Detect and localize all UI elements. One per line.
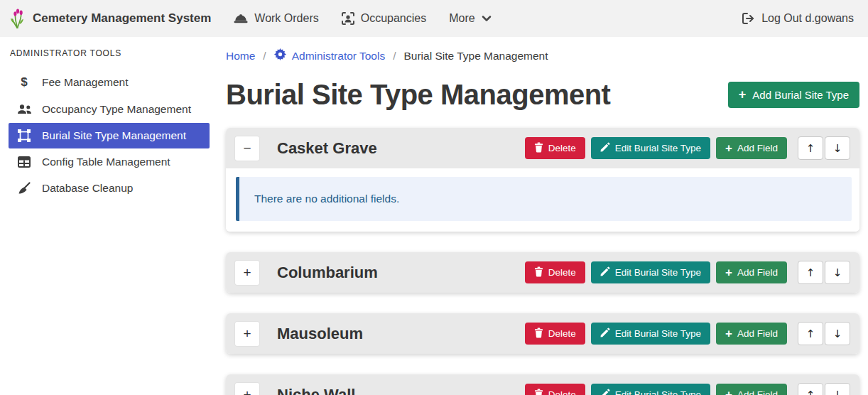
nav-work-orders[interactable]: Work Orders <box>234 12 318 25</box>
breadcrumb-current-page: Burial Site Type Management <box>404 50 548 63</box>
panel-title: Mausoleum <box>277 325 525 343</box>
users-icon <box>16 104 33 114</box>
add-field-button[interactable]: + Add Field <box>716 323 787 345</box>
reorder-button-group: ↑ ↓ <box>798 261 850 284</box>
edit-burial-site-type-button[interactable]: Edit Burial Site Type <box>591 137 710 159</box>
breadcrumb-separator: / <box>393 50 396 63</box>
add-field-label: Add Field <box>737 328 778 339</box>
trash-icon <box>534 389 543 395</box>
nav-occupancies-label: Occupancies <box>361 12 427 25</box>
delete-label: Delete <box>548 389 576 395</box>
app-title[interactable]: Cemetery Management System <box>33 11 211 26</box>
dollar-icon: $ <box>16 75 33 90</box>
panel-mausoleum: + Mausoleum Delete <box>226 313 859 354</box>
sidebar-item-label: Occupancy Type Management <box>42 103 191 116</box>
edit-label: Edit Burial Site Type <box>615 389 701 395</box>
table-icon <box>16 156 33 168</box>
move-up-button[interactable]: ↑ <box>798 261 823 284</box>
edit-label: Edit Burial Site Type <box>615 267 701 278</box>
logout-button[interactable]: Log Out d.gowans <box>742 12 854 25</box>
sidebar-item-fee-management[interactable]: $ Fee Management <box>9 69 210 96</box>
breadcrumb-home-label: Home <box>226 50 255 63</box>
plus-icon: + <box>739 88 747 101</box>
panel-actions: Delete Edit Burial Site Type + <box>525 136 850 160</box>
sidebar-item-burial-site-type-management[interactable]: Burial Site Type Management <box>9 123 210 148</box>
plus-icon: + <box>725 328 732 340</box>
sidebar-heading: ADMINISTRATOR TOOLS <box>0 43 215 68</box>
move-up-button[interactable]: ↑ <box>798 322 823 345</box>
delete-button[interactable]: Delete <box>525 384 585 395</box>
tulip-logo-icon <box>9 9 26 29</box>
delete-label: Delete <box>548 328 576 339</box>
panel-header: + Columbarium Delete <box>226 252 859 293</box>
panel-actions: Delete Edit Burial Site Type + <box>525 322 850 345</box>
sidebar-item-label: Database Cleanup <box>42 182 133 195</box>
move-down-button[interactable]: ↓ <box>825 383 850 395</box>
sidebar-item-config-table-management[interactable]: Config Table Management <box>9 149 210 175</box>
expand-toggle-button[interactable]: + <box>235 261 259 285</box>
pencil-icon <box>600 389 610 395</box>
edit-label: Edit Burial Site Type <box>615 143 701 153</box>
nav-more[interactable]: More <box>449 12 491 25</box>
trash-icon <box>534 142 543 155</box>
sidebar-item-label: Config Table Management <box>42 156 170 168</box>
broom-icon <box>16 182 33 195</box>
panel-body: There are no additional fields. <box>226 168 859 232</box>
add-field-label: Add Field <box>737 143 778 153</box>
nav-work-orders-label: Work Orders <box>254 12 318 25</box>
delete-button[interactable]: Delete <box>525 137 585 159</box>
trash-icon <box>534 328 543 340</box>
sidebar-item-label: Burial Site Type Management <box>42 129 186 142</box>
nav-occupancies[interactable]: Occupancies <box>342 12 427 25</box>
reorder-button-group: ↑ ↓ <box>798 383 850 395</box>
sidebar-item-database-cleanup[interactable]: Database Cleanup <box>9 175 210 201</box>
panel-columbarium: + Columbarium Delete <box>226 252 859 293</box>
panel-header: + Niche Wall Delete <box>226 374 859 395</box>
hard-hat-icon <box>234 13 248 24</box>
edit-burial-site-type-button[interactable]: Edit Burial Site Type <box>591 384 710 395</box>
panel-header: + Mausoleum Delete <box>226 313 859 354</box>
add-field-button[interactable]: + Add Field <box>716 261 787 283</box>
panel-actions: Delete Edit Burial Site Type + <box>525 261 850 284</box>
chevron-down-icon <box>482 15 492 22</box>
delete-button[interactable]: Delete <box>525 323 585 345</box>
panel-header: − Casket Grave Delete <box>226 128 859 168</box>
add-field-button[interactable]: + Add Field <box>716 137 787 159</box>
no-fields-alert: There are no additional fields. <box>236 177 852 221</box>
vector-square-icon <box>16 129 33 142</box>
trash-icon <box>534 266 543 279</box>
add-burial-site-type-button[interactable]: + Add Burial Site Type <box>728 82 859 108</box>
pencil-icon <box>600 328 610 340</box>
panel-casket-grave: − Casket Grave Delete <box>226 128 859 232</box>
plus-icon: + <box>725 389 732 395</box>
page-title: Burial Site Type Management <box>226 79 610 110</box>
expand-toggle-button[interactable]: + <box>235 322 259 346</box>
gear-icon <box>274 48 286 63</box>
occupancy-frame-icon <box>342 12 354 25</box>
collapse-toggle-button[interactable]: − <box>235 136 259 161</box>
edit-label: Edit Burial Site Type <box>615 328 701 339</box>
breadcrumb: Home / Administrator Tools / Burial Site… <box>226 48 859 63</box>
delete-label: Delete <box>548 143 576 153</box>
sidebar-item-occupancy-type-management[interactable]: Occupancy Type Management <box>9 97 210 122</box>
add-field-label: Add Field <box>737 389 778 395</box>
delete-button[interactable]: Delete <box>525 261 585 283</box>
edit-burial-site-type-button[interactable]: Edit Burial Site Type <box>591 323 710 345</box>
panel-title: Casket Grave <box>277 139 525 158</box>
move-down-button[interactable]: ↓ <box>825 322 850 345</box>
add-burial-site-type-label: Add Burial Site Type <box>752 89 849 101</box>
plus-icon: + <box>725 266 732 278</box>
pencil-icon <box>600 142 610 154</box>
move-down-button[interactable]: ↓ <box>825 261 850 284</box>
edit-burial-site-type-button[interactable]: Edit Burial Site Type <box>591 261 710 283</box>
move-up-button[interactable]: ↑ <box>798 136 823 160</box>
logout-icon <box>742 13 755 24</box>
move-down-button[interactable]: ↓ <box>825 136 850 160</box>
breadcrumb-home-link[interactable]: Home <box>226 50 255 63</box>
expand-toggle-button[interactable]: + <box>235 383 259 395</box>
move-up-button[interactable]: ↑ <box>798 383 823 395</box>
add-field-button[interactable]: + Add Field <box>716 384 787 395</box>
breadcrumb-administrator-tools-link[interactable]: Administrator Tools <box>274 48 386 63</box>
reorder-button-group: ↑ ↓ <box>798 322 850 345</box>
add-field-label: Add Field <box>737 267 778 278</box>
